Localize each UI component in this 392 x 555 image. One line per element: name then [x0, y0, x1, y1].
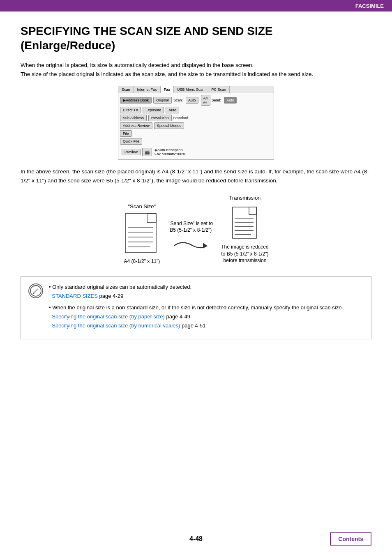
page-title: SPECIFYING THE SCAN SIZE AND SEND SIZE (…	[21, 24, 371, 53]
contents-button[interactable]: Contents	[330, 532, 371, 546]
intro-text: When the original is placed, its size is…	[21, 61, 371, 78]
fax-screen: Scan Internet Fax Fax USB Mem. Scan PC S…	[118, 86, 274, 160]
fax-footer: Preview 📠 ◈Auto Reception Fax Memory:100…	[120, 146, 272, 158]
reduced-label: The image is reduced to B5 (5-1/2" x 8-1…	[221, 244, 268, 264]
auto-btn[interactable]: Auto	[166, 107, 179, 113]
fax-icon: 📠	[142, 148, 152, 156]
svg-line-20	[38, 289, 38, 289]
svg-line-16	[34, 289, 38, 293]
reduced-doc-icon	[231, 205, 259, 242]
transmission-label: Transmission	[229, 195, 261, 201]
svg-line-19	[34, 293, 34, 294]
pencil-circle-icon	[30, 285, 42, 297]
resolution-value: Standard	[173, 116, 189, 120]
address-review-btn[interactable]: Address Review	[120, 122, 152, 129]
direct-tx-btn[interactable]: Direct TX	[120, 107, 141, 113]
standard-sizes-link[interactable]: STANDARD SIZES	[52, 293, 98, 299]
sub-address-btn[interactable]: Sub Address	[120, 115, 147, 121]
scan-info: Scan: Auto A4A4 Send: Auto	[173, 95, 238, 106]
scan-size-label: "Scan Size"	[128, 203, 156, 210]
fax-status: ◈Auto Reception Fax Memory:100%	[154, 148, 186, 156]
preview-btn[interactable]: Preview	[122, 149, 141, 155]
scan-size-group: "Scan Size" A4 (8-1/2" x 11")	[123, 203, 160, 264]
body-text: In the above screen, the scan size (the …	[21, 167, 371, 186]
svg-marker-7	[203, 243, 207, 249]
fax-ui-mockup: Scan Internet Fax Fax USB Mem. Scan PC S…	[21, 86, 371, 160]
note-box: • Only standard original sizes can be au…	[21, 276, 371, 339]
tab-scan[interactable]: Scan	[118, 86, 134, 93]
tab-usb-mem-scan[interactable]: USB Mem. Scan	[174, 86, 208, 93]
fax-tabs: Scan Internet Fax Fax USB Mem. Scan PC S…	[118, 86, 274, 93]
page-footer: 4-48 Contents	[0, 535, 392, 543]
send-value: Auto	[224, 97, 237, 104]
page-number: 4-48	[189, 535, 203, 543]
fax-row-5: File	[120, 130, 272, 137]
exposure-btn[interactable]: Exposure	[143, 107, 164, 113]
resolution-btn[interactable]: Resolution	[148, 115, 172, 121]
specify-paper-size-link[interactable]: Specifying the original scan size (by pa…	[52, 313, 165, 320]
original-btn[interactable]: Original	[153, 97, 172, 104]
fax-row-4: Address Review Special Modes	[120, 122, 272, 129]
fax-row-3: Sub Address Resolution Standard	[120, 115, 272, 121]
note1: • Only standard original sizes can be au…	[49, 283, 343, 301]
right-group: Transmission The image is reduced to B5 …	[221, 195, 268, 264]
tab-fax[interactable]: Fax	[161, 86, 174, 93]
special-modes-btn[interactable]: Special Modes	[154, 122, 184, 129]
tab-pc-scan[interactable]: PC Scan	[208, 86, 230, 93]
svg-rect-1	[147, 214, 156, 223]
transmission-arrow	[170, 235, 211, 256]
file-btn[interactable]: File	[120, 130, 132, 137]
note-icon	[28, 283, 43, 298]
a4-label: A4 (8-1/2" x 11")	[124, 258, 160, 264]
scan-value: Auto	[186, 97, 198, 104]
svg-rect-9	[249, 207, 256, 214]
diagram: "Scan Size" A4 (8-1/2" x 11") "Send Size…	[21, 195, 371, 264]
middle-group: "Send Size" is set to B5 (5-1/2" x 8-1/2…	[168, 220, 213, 256]
top-bar: FACSIMILE	[0, 0, 392, 12]
specify-numerical-link[interactable]: Specifying the original scan size (by nu…	[52, 322, 180, 329]
scan-size: A4A4	[201, 95, 210, 106]
section-label: FACSIMILE	[355, 3, 384, 9]
tab-internet-fax[interactable]: Internet Fax	[134, 86, 161, 93]
send-size-label: "Send Size" is set to B5 (5-1/2" x 8-1/2…	[168, 220, 213, 234]
fax-row-1: ▶Address Book Original Scan: Auto A4A4 S…	[120, 95, 272, 106]
scan-size-doc-icon	[123, 212, 160, 257]
fax-row-6: Quick File	[120, 138, 272, 145]
note2: • When the original size is a non-standa…	[49, 303, 343, 330]
address-book-btn[interactable]: ▶Address Book	[120, 97, 152, 104]
note-content: • Only standard original sizes can be au…	[49, 283, 343, 333]
quick-file-btn[interactable]: Quick File	[120, 138, 142, 145]
fax-body: ▶Address Book Original Scan: Auto A4A4 S…	[118, 93, 274, 159]
fax-row-2: Direct TX Exposure Auto	[120, 107, 272, 113]
